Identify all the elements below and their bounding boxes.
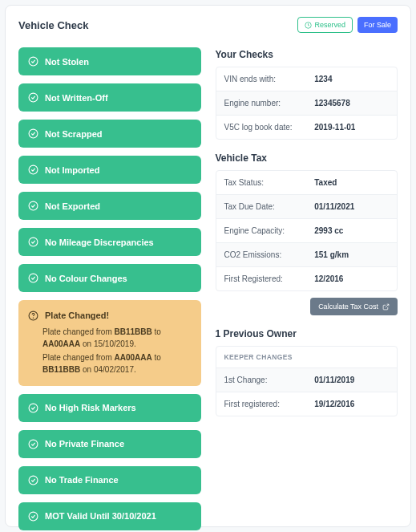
status-label: No High Risk Markers [45, 403, 136, 412]
svg-point-6 [29, 238, 38, 246]
status-label: MOT Valid Until 30/10/2021 [45, 511, 156, 521]
table-row: Tax Due Date:01/11/2021 [216, 195, 398, 219]
status-label: No Colour Changes [45, 274, 127, 283]
row-label: CO2 Emissions: [216, 243, 307, 266]
table-row: First registered:19/12/2016 [216, 392, 398, 416]
table-row: Engine number:12345678 [216, 91, 398, 116]
table-row: V5C log book date:2019-11-01 [216, 116, 398, 139]
check-circle-icon [28, 92, 38, 103]
warning-line: Plate changed from AA00AAA to BB11BBB on… [42, 351, 192, 376]
card-header: Vehicle Check Reserved For Sale [18, 17, 398, 33]
row-label: 1st Change: [216, 368, 307, 392]
status-pill: No Colour Changes [18, 264, 201, 292]
row-value: 2019-11-01 [306, 116, 397, 139]
vehicle-tax-title: Vehicle Tax [216, 152, 398, 164]
vehicle-tax-table: Tax Status:TaxedTax Due Date:01/11/2021E… [216, 170, 398, 291]
external-link-icon [382, 303, 390, 311]
warning-title: Plate Changed! [45, 309, 109, 323]
row-value: 01/11/2019 [306, 368, 397, 392]
table-row: Tax Status:Taxed [216, 171, 398, 195]
row-value: 01/11/2021 [306, 195, 397, 218]
status-label: Not Exported [45, 201, 100, 211]
table-row: VIN ends with:1234 [216, 67, 398, 91]
reserved-label: Reserved [314, 21, 345, 29]
check-circle-icon [28, 237, 38, 247]
check-circle-icon [28, 475, 38, 485]
your-checks-table: VIN ends with:1234Engine number:12345678… [216, 67, 398, 140]
check-circle-icon [28, 273, 38, 283]
table-row: First Registered:12/2016 [216, 267, 398, 290]
row-label: Engine number: [216, 91, 307, 115]
svg-point-13 [29, 512, 38, 521]
check-circle-icon [28, 511, 38, 522]
row-label: Engine Capacity: [216, 219, 307, 242]
check-circle-icon [28, 403, 38, 413]
status-label: Not Imported [45, 165, 99, 175]
previous-owner-table: KEEPER CHANGES1st Change:01/11/2019First… [216, 346, 398, 416]
row-label: VIN ends with: [216, 67, 307, 91]
status-label: Not Written-Off [45, 93, 108, 103]
vehicle-check-card: Vehicle Check Reserved For Sale Not Stol… [5, 5, 411, 527]
row-label: V5C log book date: [216, 116, 307, 139]
status-pill: No High Risk Markers [18, 394, 201, 422]
previous-owner-title: 1 Previous Owner [216, 328, 398, 339]
row-label: First Registered: [216, 267, 307, 290]
question-circle-icon [28, 311, 38, 321]
status-label: No Trade Finance [45, 475, 119, 485]
check-circle-icon [28, 201, 38, 211]
calculate-tax-button[interactable]: Calculate Tax Cost [310, 298, 398, 315]
status-pill: No Trade Finance [18, 466, 201, 494]
reserved-badge: Reserved [297, 17, 353, 33]
page-title: Vehicle Check [18, 19, 88, 31]
details-column: Your Checks VIN ends with:1234Engine num… [216, 47, 398, 532]
row-value: 12345678 [306, 91, 397, 115]
status-badges: Reserved For Sale [297, 17, 398, 33]
svg-point-9 [33, 318, 34, 319]
check-circle-icon [28, 56, 38, 67]
row-label: Tax Due Date: [216, 195, 307, 218]
status-label: No Private Finance [45, 439, 124, 449]
status-pill: Not Scrapped [18, 120, 201, 148]
row-label: First registered: [216, 392, 307, 416]
for-sale-label: For Sale [364, 21, 391, 29]
svg-point-11 [29, 440, 38, 449]
check-circle-icon [28, 128, 38, 139]
row-value: 12/2016 [306, 267, 397, 290]
table-header: KEEPER CHANGES [216, 347, 398, 368]
status-label: Not Stolen [45, 57, 89, 67]
status-pill: Not Imported [18, 156, 201, 184]
check-circle-icon [28, 439, 38, 449]
svg-point-12 [29, 476, 38, 485]
calculate-tax-label: Calculate Tax Cost [318, 303, 378, 311]
row-value: 1234 [306, 67, 397, 91]
row-value: 19/12/2016 [306, 392, 397, 416]
status-pill: Not Stolen [18, 47, 201, 75]
status-pill: Not Exported [18, 192, 201, 220]
table-row: CO2 Emissions:151 g/km [216, 243, 398, 267]
plate-changed-warning: Plate Changed!Plate changed from BB11BBB… [18, 300, 201, 386]
status-column: Not StolenNot Written-OffNot ScrappedNot… [18, 47, 201, 532]
svg-point-2 [29, 93, 38, 102]
status-pill: No Mileage Discrepancies [18, 228, 201, 256]
status-label: Not Scrapped [45, 129, 103, 139]
clock-icon [305, 22, 312, 29]
check-circle-icon [28, 164, 38, 175]
svg-point-3 [29, 129, 38, 138]
row-value: 2993 cc [306, 219, 397, 242]
row-label: Tax Status: [216, 171, 307, 194]
for-sale-badge: For Sale [357, 17, 398, 33]
status-pill: MOT Valid Until 30/10/2021 [18, 502, 201, 530]
status-pill: No Private Finance [18, 430, 201, 458]
your-checks-title: Your Checks [216, 49, 398, 60]
status-pill: Not Written-Off [18, 83, 201, 112]
svg-point-5 [29, 201, 38, 210]
svg-point-7 [29, 274, 38, 282]
table-row: 1st Change:01/11/2019 [216, 368, 398, 392]
status-label: No Mileage Discrepancies [45, 238, 154, 247]
warning-line: Plate changed from BB11BBB to AA00AAA on… [42, 326, 192, 350]
svg-point-1 [29, 57, 38, 66]
svg-point-10 [29, 404, 38, 412]
svg-point-4 [29, 165, 38, 174]
row-value: 151 g/km [306, 243, 397, 266]
row-value: Taxed [306, 171, 397, 194]
